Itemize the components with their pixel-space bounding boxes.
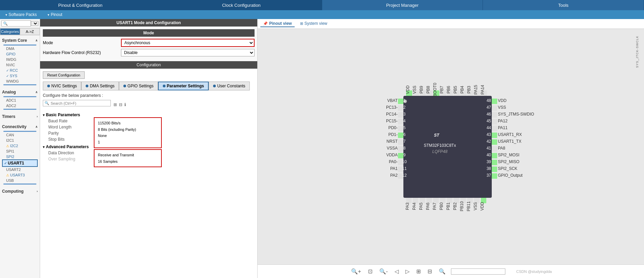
section-analog: Analog ∧ ADC1 ADC2 [0, 87, 40, 111]
sidebar-item-gpio[interactable]: GPIO [2, 51, 38, 57]
pin-pb3-label: PB3 [467, 86, 471, 93]
top-nav: Pinout & Configuration Clock Configurati… [0, 0, 644, 10]
tab-pinout-view[interactable]: 📌 Pinout view [260, 20, 295, 27]
tab-dma[interactable]: DMA Settings [81, 82, 119, 90]
tab-gpio[interactable]: GPIO Settings [119, 82, 158, 90]
pin-pa13-right-label: SYS_JTMS-SWDIO [498, 112, 534, 117]
sidebar-item-usart2[interactable]: USART2 [2, 167, 38, 172]
tab-user-constants[interactable]: User Constants [209, 82, 250, 90]
pin-pa0-label: PA0- [389, 159, 398, 164]
sidebar-item-spi1[interactable]: SPI1 [2, 149, 38, 154]
pinnum-1: 1 [403, 98, 405, 103]
pin-pa3-label: PA3 [405, 202, 410, 210]
sidebar-item-nvic[interactable]: NVIC [2, 62, 38, 68]
fit-button[interactable]: ⊡ [367, 267, 374, 275]
dma-tab-label: DMA Settings [90, 84, 115, 88]
mode-section: Mode Mode Asynchronous Hardware Flow Con… [40, 27, 257, 61]
pin-pa8 [492, 146, 497, 152]
sidebar-item-i2c2[interactable]: I2C2 [2, 143, 38, 149]
params-header: Configure the below parameters : [43, 93, 255, 98]
pin-vssa-label: VSSA [386, 146, 397, 151]
pinnum-45: 45 [486, 119, 491, 123]
analog-header[interactable]: Analog ∧ [2, 88, 38, 96]
tab-system-view[interactable]: ⊞ System view [297, 20, 330, 27]
toolbar-search-input[interactable] [453, 270, 504, 274]
pin-pa12 [492, 119, 497, 124]
arrow-icon2: ▾ [48, 13, 49, 17]
param-tab-label: Parameter Settings [167, 84, 204, 88]
nav-project[interactable]: Project Manager [322, 0, 483, 10]
section-system-core: System Core ∧ DMA GPIO IWDG NVIC RCC SYS… [0, 35, 40, 87]
hw-flow-select[interactable]: Disable [121, 49, 255, 56]
search-button[interactable]: 🔍 [437, 267, 447, 275]
data-dir-value: Receive and Transmit [98, 152, 158, 158]
sidebar-item-usart1[interactable]: ✓ USART1 [2, 159, 38, 167]
config-tabs: NVIC Settings DMA Settings GPIO Settings [43, 82, 255, 90]
pin-pa2-label: PA2 [390, 173, 398, 178]
pin-pa8-label: PA8 [498, 146, 505, 151]
params-search-input[interactable] [51, 101, 109, 105]
tab-categories[interactable]: Categories [0, 28, 20, 35]
sidebar-item-usart3[interactable]: USART3 [2, 172, 38, 178]
sidebar-item-rcc[interactable]: RCC [2, 68, 38, 73]
sidebar-item-sys[interactable]: SYS [2, 73, 38, 79]
config-body: Reset Configuration NVIC Settings DMA Se… [40, 69, 257, 278]
info-icon[interactable]: ℹ [124, 102, 126, 107]
tab-az[interactable]: A->Z [20, 28, 40, 35]
pinnum-9: 9 [403, 153, 405, 157]
advanced-arrow: ▾ [43, 145, 45, 149]
pinnum-46: 46 [486, 112, 491, 117]
nav-software-packs[interactable]: ▾ Software Packs [0, 10, 42, 19]
sidebar-item-can[interactable]: CAN [2, 132, 38, 138]
pinout-view-icon: 📌 [263, 21, 268, 26]
collapse-icon[interactable]: ⊟ [119, 102, 122, 107]
system-core-header[interactable]: System Core ∧ [2, 37, 38, 44]
pin-pb6-label: PB6 [446, 86, 451, 93]
view-tabs: 📌 Pinout view ⊞ System view [258, 19, 644, 29]
nav-tools[interactable]: Tools [483, 0, 644, 10]
pin-vbat-label: VBAT [387, 98, 398, 103]
pinnum-48: 48 [486, 98, 491, 103]
pan-left-button[interactable]: ◁ [393, 267, 400, 275]
analog-arrow: ∧ [35, 90, 38, 94]
system-view-label: System view [304, 21, 327, 26]
sidebar-item-spi2[interactable]: SPI2 [2, 154, 38, 159]
sidebar-item-i2c1[interactable]: I2C1 [2, 138, 38, 143]
nav-pinout[interactable]: Pinout & Configuration [0, 0, 161, 10]
sidebar-item-adc1[interactable]: ADC1 [2, 98, 38, 103]
user-const-tab-label: User Constants [217, 84, 245, 88]
tab-parameter-settings[interactable]: Parameter Settings [158, 82, 209, 90]
pin-pb4-label: PB4 [460, 86, 465, 93]
sidebar-item-iwdg[interactable]: IWDG [2, 57, 38, 62]
connectivity-header[interactable]: Connectivity ∧ [2, 123, 38, 131]
sidebar-item-wwdg[interactable]: WWDG [2, 79, 38, 84]
sidebar-item-usb[interactable]: USB [2, 178, 38, 183]
pin-pd0-label: PD0- [388, 125, 397, 130]
computing-arrow: › [37, 190, 38, 193]
zoom-in-button[interactable]: 🔍+ [350, 267, 362, 275]
pan-right-button[interactable]: ▷ [404, 267, 411, 275]
pin-pb15 [492, 153, 497, 158]
sidebar-filter-select[interactable] [31, 21, 38, 26]
grid-button[interactable]: ⊞ [415, 267, 422, 275]
pin-pb15-label: SPI2_MOSI [498, 153, 519, 157]
nav-clock[interactable]: Clock Configuration [161, 0, 322, 10]
layout-button[interactable]: ⊟ [426, 267, 433, 275]
system-view-icon: ⊞ [300, 21, 303, 26]
sidebar-search-input[interactable] [1, 20, 31, 27]
config-section: Configuration Reset Configuration NVIC S… [40, 61, 257, 278]
user-const-dot [213, 85, 216, 87]
sidebar-item-adc2[interactable]: ADC2 [2, 103, 38, 108]
mode-select[interactable]: Asynchronous [121, 39, 255, 47]
computing-header[interactable]: Computing › [2, 188, 38, 195]
reset-config-button[interactable]: Reset Configuration [43, 71, 85, 79]
tab-nvic[interactable]: NVIC Settings [43, 82, 81, 90]
pin-pb14 [492, 160, 497, 165]
timers-header[interactable]: Timers › [2, 113, 38, 120]
pin-pa14-label: PA14 [480, 85, 485, 94]
nav-pinout[interactable]: ▾ Pinout [42, 10, 68, 19]
pin-pd1-label: PD1- [388, 132, 397, 137]
expand-icon[interactable]: ⊞ [114, 102, 117, 107]
sidebar-item-dma[interactable]: DMA [2, 46, 38, 51]
zoom-out-button[interactable]: 🔍- [378, 267, 389, 275]
